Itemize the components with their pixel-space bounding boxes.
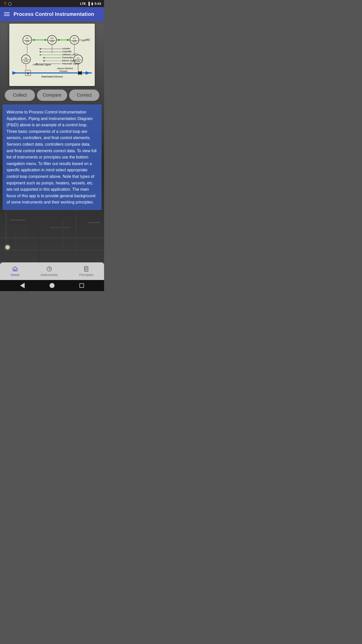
diagram-card: IAS FT 1234 FIC 1234 FY 1234 (9, 24, 95, 86)
wifi-icon: ❓ (3, 2, 7, 6)
instruments-icon (46, 265, 53, 272)
app-title: Process Control Instrumentation (14, 11, 94, 17)
svg-point-90 (49, 268, 50, 269)
svg-rect-81 (88, 222, 101, 223)
compare-button[interactable]: Compare (37, 90, 67, 101)
industrial-bg-decoration (0, 212, 104, 262)
svg-text:IAS: IAS (85, 38, 90, 41)
svg-point-87 (5, 244, 11, 250)
svg-text:Sensor Element: Sensor Element (57, 67, 73, 70)
svg-text:1234: 1234 (76, 60, 80, 62)
principles-label: Principles (79, 273, 93, 277)
menu-button[interactable] (4, 12, 10, 16)
svg-rect-79 (50, 227, 70, 228)
home-button[interactable] (50, 283, 55, 288)
svg-text:Actuator: Actuator (62, 47, 71, 50)
svg-text:Controller: Controller (62, 50, 72, 53)
svg-text:FV: FV (77, 57, 80, 59)
svg-text:Process: Process (60, 70, 68, 72)
nav-principles[interactable]: Principles (74, 263, 98, 279)
pid-diagram: IAS FT 1234 FIC 1234 FY 1234 (12, 27, 92, 82)
svg-text:FE: FE (25, 57, 27, 59)
svg-rect-84 (0, 237, 104, 238)
svg-text:FIC: FIC (51, 37, 54, 39)
main-content: IAS FT 1234 FIC 1234 FY 1234 (0, 24, 104, 262)
svg-rect-80 (75, 215, 77, 262)
svg-rect-76 (10, 220, 25, 221)
system-nav-bar (0, 280, 104, 291)
back-button[interactable] (20, 283, 25, 288)
correct-button[interactable]: Correct (69, 90, 99, 101)
clock: 5:43 (95, 2, 101, 6)
instruments-label: Instruments (41, 273, 58, 277)
status-right: LTE ▐ ▮ 5:43 (80, 2, 101, 6)
status-left: ❓ ◯ (3, 2, 12, 6)
svg-text:1234: 1234 (50, 41, 54, 42)
filter-buttons: Collect Compare Correct (2, 90, 102, 101)
svg-rect-88 (14, 270, 16, 271)
nav-instruments[interactable]: Instruments (36, 263, 63, 279)
svg-text:Pneumatic Signal: Pneumatic Signal (33, 63, 51, 66)
svg-rect-78 (38, 217, 39, 262)
welcome-text: Welcome to Process Control Instrumentati… (7, 109, 98, 206)
svg-text:1234: 1234 (24, 60, 28, 62)
svg-text:1234: 1234 (72, 41, 76, 42)
bottom-nav: Home Instruments Principles (0, 262, 104, 280)
status-bar: ❓ ◯ LTE ▐ ▮ 5:43 (0, 0, 104, 7)
principles-icon (83, 265, 90, 272)
nav-home[interactable]: Home (6, 263, 25, 279)
svg-text:Transmitter: Transmitter (62, 56, 73, 59)
lte-label: LTE (80, 2, 86, 6)
svg-rect-82 (15, 232, 16, 262)
svg-rect-77 (25, 225, 26, 262)
sync-icon: ◯ (8, 2, 12, 6)
app-bar: Process Control Instrumentation (0, 7, 104, 21)
home-icon (12, 265, 19, 272)
battery-icon: ▮ (91, 2, 93, 6)
svg-rect-85 (0, 250, 104, 251)
svg-text:FY: FY (73, 37, 76, 39)
svg-text:Software Link: Software Link (62, 53, 76, 56)
home-label: Home (11, 273, 20, 277)
recents-button[interactable] (79, 283, 84, 288)
svg-rect-92 (85, 267, 86, 269)
svg-text:1234: 1234 (25, 41, 29, 42)
collect-button[interactable]: Collect (5, 90, 35, 101)
welcome-box: Welcome to Process Control Instrumentati… (3, 104, 102, 210)
svg-text:FT: FT (26, 37, 28, 39)
signal-icon: ▐ (87, 2, 90, 6)
svg-rect-83 (63, 220, 64, 262)
